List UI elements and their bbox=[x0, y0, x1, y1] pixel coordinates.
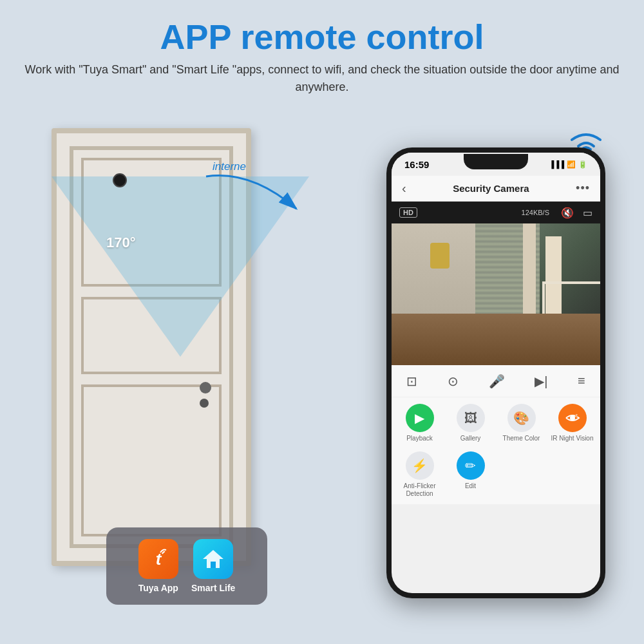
smart-life-app-item: Smart Life bbox=[191, 539, 235, 593]
theme-color-label: Theme Color bbox=[503, 435, 540, 442]
edit-icon: ✏ bbox=[457, 451, 485, 480]
gallery-icon: 🖼 bbox=[457, 404, 485, 432]
smart-life-app-icon bbox=[193, 539, 233, 579]
ir-night-vision-label: IR Night Vision bbox=[551, 435, 594, 442]
phone-notch bbox=[464, 154, 528, 169]
smart-life-logo-svg bbox=[200, 546, 226, 572]
anti-flicker-icon: ⚡ bbox=[406, 451, 434, 480]
main-content: 170° interne t bbox=[0, 109, 644, 624]
battery-icon: 🔋 bbox=[578, 160, 587, 169]
porch-lamp bbox=[430, 243, 450, 269]
status-time: 16:59 bbox=[404, 159, 429, 170]
ir-night-vision-icon: 6 bbox=[558, 404, 587, 432]
header-section: APP remote control Work with "Tuya Smart… bbox=[0, 0, 644, 102]
page-title: APP remote control bbox=[13, 18, 631, 56]
back-button[interactable]: ‹ bbox=[402, 181, 406, 196]
porch-wall bbox=[392, 223, 475, 314]
tuya-logo-svg: t bbox=[146, 546, 171, 572]
anti-flicker-label: Anti-Flicker Detection bbox=[397, 482, 442, 498]
nav-bar: ‹ Security Camera ••• bbox=[392, 176, 600, 202]
status-icons: ▐▐▐ 📶 🔋 bbox=[549, 160, 587, 169]
arrow-icon bbox=[200, 170, 303, 222]
icons-row2: ⚡ Anti-Flicker Detection ✏ Edit bbox=[392, 449, 600, 504]
mic-icon[interactable]: 🎤 bbox=[489, 374, 505, 389]
door-handle bbox=[200, 382, 211, 408]
hd-badge: HD bbox=[399, 207, 417, 218]
porch-rail bbox=[542, 281, 600, 314]
tuya-app-name: Tuya App bbox=[138, 583, 178, 593]
smart-life-app-name: Smart Life bbox=[191, 583, 235, 593]
cam-toolbar-right: 124KB/S 🔇 ▭ bbox=[522, 207, 592, 219]
porch-scene bbox=[392, 223, 600, 365]
screenshot-icon[interactable]: ⊙ bbox=[448, 374, 459, 389]
record-btn-icon[interactable]: ▶| bbox=[535, 374, 547, 389]
eye-icon-svg: 6 bbox=[565, 410, 580, 426]
anti-flicker-item[interactable]: ⚡ Anti-Flicker Detection bbox=[397, 451, 442, 498]
tuya-app-item: t Tuya App bbox=[138, 539, 178, 593]
theme-color-item[interactable]: 🎨 Theme Color bbox=[498, 404, 544, 442]
mute-icon[interactable]: 🔇 bbox=[561, 207, 574, 219]
fov-label: 170° bbox=[106, 234, 136, 251]
playback-label: Playback bbox=[406, 435, 433, 442]
phone-body: 16:59 ▐▐▐ 📶 🔋 ‹ Security Camera ••• HD bbox=[386, 147, 605, 598]
arrow-container: interne bbox=[200, 160, 303, 224]
camera-toolbar: HD 124KB/S 🔇 ▭ bbox=[392, 202, 600, 223]
phone-screen: 16:59 ▐▐▐ 📶 🔋 ‹ Security Camera ••• HD bbox=[392, 153, 600, 593]
edit-item[interactable]: ✏ Edit bbox=[448, 451, 493, 498]
edit-label: Edit bbox=[465, 482, 476, 490]
playback-icon: ▶ bbox=[406, 404, 434, 432]
gallery-item[interactable]: 🖼 Gallery bbox=[448, 404, 493, 442]
record-icon[interactable]: ▭ bbox=[583, 207, 592, 219]
porch-column2 bbox=[523, 223, 536, 314]
more-options-button[interactable]: ••• bbox=[576, 182, 590, 195]
controls-row: ⊡ ⊙ 🎤 ▶| ≡ bbox=[392, 365, 600, 397]
kb-speed-badge: 124KB/S bbox=[522, 209, 549, 216]
door-knob-bottom bbox=[200, 399, 209, 408]
theme-color-icon: 🎨 bbox=[507, 404, 536, 432]
nav-title: Security Camera bbox=[453, 183, 529, 194]
phone-section: 16:59 ▐▐▐ 📶 🔋 ‹ Security Camera ••• HD bbox=[386, 122, 631, 611]
page-subtitle: Work with "Tuya Smart" and "Smart Life "… bbox=[13, 61, 631, 96]
tuya-app-icon: t bbox=[138, 539, 178, 579]
porch-floor bbox=[392, 314, 600, 365]
svg-rect-4 bbox=[211, 562, 216, 568]
fullscreen-icon[interactable]: ⊡ bbox=[406, 374, 417, 389]
camera-feed bbox=[392, 223, 600, 365]
wifi-status-icon: 📶 bbox=[567, 160, 576, 169]
menu-icon[interactable]: ≡ bbox=[578, 374, 585, 388]
icons-grid: ▶ Playback 🖼 Gallery 🎨 Theme Color bbox=[392, 397, 600, 449]
playback-item[interactable]: ▶ Playback bbox=[397, 404, 442, 442]
gallery-label: Gallery bbox=[460, 435, 481, 442]
ir-night-vision-item[interactable]: 6 IR Night Vision bbox=[549, 404, 595, 442]
door-knob-top bbox=[200, 382, 211, 393]
app-icons-box: t Tuya App Smart Life bbox=[106, 527, 267, 605]
door-section: 170° interne t bbox=[0, 109, 322, 624]
svg-text:6: 6 bbox=[575, 412, 578, 418]
signal-icon: ▐▐▐ bbox=[549, 160, 564, 168]
